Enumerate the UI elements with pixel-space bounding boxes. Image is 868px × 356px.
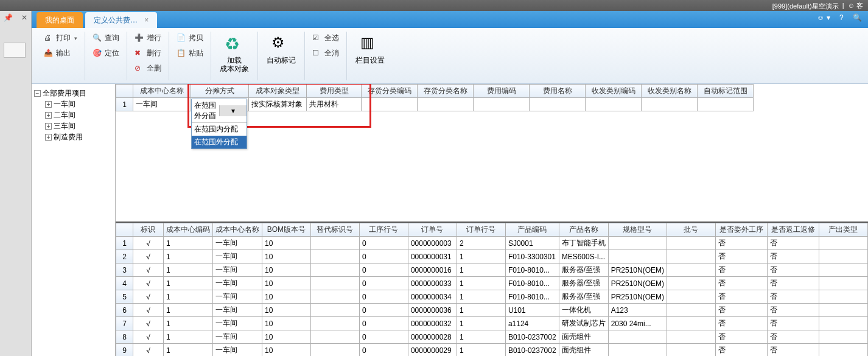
pin-icon[interactable]: 📌 (4, 13, 13, 22)
cell-alt[interactable] (310, 330, 359, 344)
cell-mark[interactable]: √ (133, 237, 163, 250)
cell-name[interactable]: 一车间 (212, 317, 262, 330)
cell-order[interactable]: 0000000016 (408, 264, 457, 277)
cell-proc[interactable]: 0 (359, 330, 408, 344)
print-button[interactable]: 🖨打印▾ (41, 32, 80, 44)
cell-outtype[interactable] (819, 304, 867, 317)
col-rs-name[interactable]: 收发类别名称 (642, 85, 698, 98)
cell-outsrc[interactable]: 否 (715, 290, 767, 304)
cell-mark[interactable]: √ (133, 330, 163, 344)
locate-button[interactable]: 🎯定位 (90, 47, 122, 60)
smiley-icon[interactable]: ☺ ▾ (817, 13, 830, 22)
cell-lot[interactable] (667, 250, 716, 264)
col-mark[interactable]: 标识 (133, 223, 163, 237)
cell-outsrc[interactable]: 否 (715, 344, 767, 357)
avatar-icon[interactable]: ☺ (848, 2, 855, 9)
cell-order[interactable]: 0000000033 (408, 277, 457, 290)
del-row-button[interactable]: ✖删行 (132, 47, 164, 60)
cell-pcode[interactable]: U101 (505, 304, 559, 317)
cell-center[interactable]: 一车间 (133, 98, 191, 111)
cell-pname[interactable]: 研发试制芯片 (559, 317, 608, 330)
tab-define-cost[interactable]: 定义公共费… × (85, 12, 157, 28)
cell-proc[interactable]: 0 (359, 237, 408, 250)
cell-empty[interactable] (362, 98, 418, 111)
cell-spec[interactable] (608, 330, 667, 344)
cell-order[interactable]: 0000000031 (408, 250, 457, 264)
cell-outtype[interactable] (819, 330, 867, 344)
cell-pcode[interactable]: F010-8010... (505, 290, 559, 304)
cell-outtype[interactable] (819, 290, 867, 304)
col-center-name[interactable]: 成本中心名称 (133, 85, 191, 98)
cell-rework[interactable]: 否 (767, 330, 819, 344)
col-lot[interactable]: 批号 (667, 223, 716, 237)
cell-bom[interactable]: 10 (262, 277, 310, 290)
table-row[interactable]: 6√1一车间10000000000361U101一体化机A123否否 (116, 304, 868, 317)
help-icon[interactable]: ? (839, 13, 844, 22)
left-rail-collapsed-box[interactable] (4, 43, 26, 58)
cell-rework[interactable]: 否 (767, 304, 819, 317)
col-bom[interactable]: BOM版本号 (262, 223, 310, 237)
cell-bom[interactable]: 10 (262, 290, 310, 304)
cell-code[interactable]: 1 (163, 344, 212, 357)
cell-pcode[interactable]: B010-0237002 (505, 344, 559, 357)
col-outsrc[interactable]: 是否委外工序 (715, 223, 767, 237)
cell-pcode[interactable]: F010-3300301 (505, 250, 559, 264)
cell-code[interactable]: 1 (163, 264, 212, 277)
cell-order[interactable]: 0000000028 (408, 330, 457, 344)
col-inv-name[interactable]: 存货分类名称 (418, 85, 474, 98)
cell-lot[interactable] (667, 304, 716, 317)
tree-collapse-icon[interactable]: − (34, 90, 41, 97)
cell-pname[interactable]: 一体化机 (559, 304, 608, 317)
col-auto-scope[interactable]: 自动标记范围 (698, 85, 754, 98)
cell-spec[interactable]: PR2510N(OEM) (608, 290, 667, 304)
cell-name[interactable]: 一车间 (212, 290, 262, 304)
cell-bom[interactable]: 10 (262, 317, 310, 330)
cell-pcode[interactable]: a1124 (505, 317, 559, 330)
cell-empty[interactable] (418, 98, 474, 111)
tree-expand-icon[interactable]: + (45, 134, 52, 141)
cell-alt[interactable] (310, 264, 359, 277)
cell-name[interactable]: 一车间 (212, 264, 262, 277)
cell-lot[interactable] (667, 344, 716, 357)
add-row-button[interactable]: ➕增行 (132, 32, 164, 44)
cell-proc[interactable]: 0 (359, 277, 408, 290)
cell-bom[interactable]: 10 (262, 250, 310, 264)
cell-lot[interactable] (667, 237, 716, 250)
cell-spec[interactable]: 2030 24mi... (608, 317, 667, 330)
cell-proc[interactable]: 0 (359, 290, 408, 304)
cell-alt[interactable] (310, 344, 359, 357)
tree-item-mfg-cost[interactable]: +制造费用 (45, 131, 113, 142)
cell-bom[interactable]: 10 (262, 237, 310, 250)
cell-pcode[interactable]: F010-8010... (505, 264, 559, 277)
col-line[interactable]: 订单行号 (457, 223, 505, 237)
cell-spec[interactable] (608, 250, 667, 264)
cell-empty[interactable] (530, 98, 586, 111)
cell-order[interactable]: 0000000034 (408, 290, 457, 304)
cell-line[interactable]: 1 (457, 277, 505, 290)
dropdown-option-outside[interactable]: 在范围外分配 (192, 136, 247, 148)
copy-button[interactable]: 📄拷贝 (174, 32, 206, 44)
cell-bom[interactable]: 10 (262, 304, 310, 317)
cell-outsrc[interactable]: 否 (715, 250, 767, 264)
cell-lot[interactable] (667, 330, 716, 344)
col-order[interactable]: 订单号 (408, 223, 457, 237)
cell-alt[interactable] (310, 317, 359, 330)
table-row[interactable]: 5√1一车间10000000000341F010-8010...服务器/至强PR… (116, 290, 868, 304)
cell-outsrc[interactable]: 否 (715, 304, 767, 317)
cell-line[interactable]: 1 (457, 264, 505, 277)
search-global-icon[interactable]: 🔍 (853, 13, 862, 22)
col-fee-code[interactable]: 费用编码 (474, 85, 530, 98)
col-center-name2[interactable]: 成本中心名称 (212, 223, 262, 237)
paste-button[interactable]: 📋粘贴 (174, 47, 206, 60)
cell-line[interactable]: 1 (457, 330, 505, 344)
table-row[interactable]: 7√1一车间10000000000321a1124研发试制芯片2030 24mi… (116, 317, 868, 330)
tree-expand-icon[interactable]: + (45, 123, 52, 130)
cell-order[interactable]: 0000000003 (408, 237, 457, 250)
cell-outtype[interactable] (819, 344, 867, 357)
search-button[interactable]: 🔍查询 (90, 32, 122, 44)
table-row[interactable]: 3√1一车间10000000000161F010-8010...服务器/至强PR… (116, 264, 868, 277)
cell-pcode[interactable]: B010-0237002 (505, 330, 559, 344)
cell-line[interactable]: 1 (457, 290, 505, 304)
cell-empty[interactable] (474, 98, 530, 111)
cell-mark[interactable]: √ (133, 290, 163, 304)
